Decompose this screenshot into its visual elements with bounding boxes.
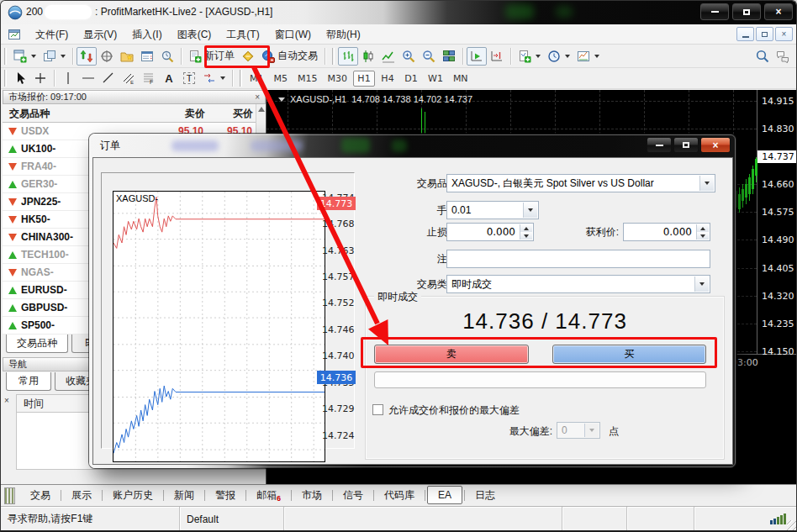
chart-shift-button[interactable] bbox=[487, 47, 507, 66]
close-icon[interactable]: × bbox=[4, 396, 9, 405]
mdi-close-button[interactable]: × bbox=[775, 27, 793, 41]
mdi-minimize-button[interactable] bbox=[736, 27, 754, 41]
line-chart-button[interactable] bbox=[378, 47, 398, 66]
mdi-restore-button[interactable] bbox=[756, 27, 773, 41]
trendline-tool-button[interactable] bbox=[98, 69, 119, 87]
timeframe-MN[interactable]: MN bbox=[449, 71, 472, 87]
strategy-tester-button[interactable] bbox=[157, 47, 177, 66]
timeframe-H1[interactable]: H1 bbox=[353, 71, 375, 87]
minimize-button[interactable] bbox=[700, 3, 729, 20]
max-deviation-checkbox[interactable] bbox=[372, 404, 383, 415]
chat-icon[interactable] bbox=[776, 50, 789, 63]
vertical-line-tool-button[interactable] bbox=[58, 69, 78, 87]
scroll-up-icon[interactable] bbox=[258, 107, 265, 112]
market-watch-toggle-button[interactable] bbox=[77, 47, 97, 66]
dialog-restore-button[interactable] bbox=[673, 137, 699, 153]
close-icon[interactable]: × bbox=[255, 93, 260, 102]
terminal-tab-日志[interactable]: 日志 bbox=[467, 486, 504, 505]
toolbar-grip[interactable] bbox=[4, 48, 7, 65]
zoom-out-button[interactable] bbox=[419, 47, 439, 66]
timeframe-M5[interactable]: M5 bbox=[270, 71, 293, 87]
crosshair-tool-button[interactable] bbox=[30, 69, 50, 87]
toolbar-grip[interactable] bbox=[332, 48, 335, 65]
chevron-down-icon[interactable] bbox=[699, 176, 714, 191]
toolbar-grip[interactable] bbox=[240, 70, 242, 87]
timeframe-M15[interactable]: M15 bbox=[293, 71, 322, 87]
text-label-tool-button[interactable]: T bbox=[179, 69, 199, 87]
symbol-select[interactable]: XAGUSD-, 白银美元 Spot Silver vs US Dollar bbox=[446, 174, 715, 192]
timeframe-M1[interactable]: M1 bbox=[245, 71, 268, 87]
dialog-close-button[interactable]: × bbox=[700, 137, 731, 153]
spin-down-icon[interactable] bbox=[700, 234, 705, 238]
timeframe-M30[interactable]: M30 bbox=[324, 71, 352, 87]
tile-windows-button[interactable] bbox=[439, 47, 459, 66]
terminal-tab-信号[interactable]: 信号 bbox=[335, 486, 372, 505]
indicators-button[interactable] bbox=[515, 47, 544, 66]
spinner-buttons[interactable] bbox=[696, 224, 709, 240]
spinner-buttons[interactable] bbox=[520, 224, 532, 240]
terminal-tab-新闻[interactable]: 新闻 bbox=[166, 486, 203, 505]
timeframe-D1[interactable]: D1 bbox=[400, 71, 422, 87]
arrows-tool-button[interactable] bbox=[199, 69, 229, 87]
tab-market-watch-symbols[interactable]: 交易品种 bbox=[6, 334, 68, 353]
menu-item[interactable]: 窗口(W) bbox=[267, 26, 319, 43]
arrow-up-icon bbox=[8, 304, 17, 312]
menu-item[interactable]: 文件(F) bbox=[28, 26, 76, 43]
bar-chart-button[interactable] bbox=[338, 47, 358, 66]
candlestick-chart-button[interactable] bbox=[358, 47, 378, 66]
terminal-tab-警报[interactable]: 警报 bbox=[207, 486, 244, 505]
dialog-minimize-button[interactable] bbox=[647, 137, 672, 153]
menu-item[interactable]: 工具(T) bbox=[219, 26, 267, 43]
stoploss-spinner[interactable]: 0.000 bbox=[446, 223, 534, 241]
new-chart-button[interactable] bbox=[10, 47, 40, 66]
templates-button[interactable] bbox=[573, 47, 603, 66]
volume-combo[interactable]: 0.01 bbox=[446, 201, 539, 219]
current-price-tag: 14.737 bbox=[757, 150, 797, 163]
title-bar[interactable]: 200 : ProfitMarketHK-Live2 - [XAGUSD-,H1… bbox=[1, 1, 797, 24]
terminal-tab-代码库[interactable]: 代码库 bbox=[376, 486, 423, 505]
zoom-in-button[interactable] bbox=[398, 47, 419, 66]
menu-item[interactable]: 图表(C) bbox=[170, 26, 219, 43]
horizontal-line-tool-button[interactable] bbox=[78, 69, 98, 87]
terminal-tab-交易[interactable]: 交易 bbox=[22, 486, 59, 505]
takeprofit-spinner[interactable]: 0.000 bbox=[623, 223, 710, 241]
spin-up-icon[interactable] bbox=[700, 227, 705, 230]
fibonacci-tool-button[interactable]: F bbox=[139, 69, 159, 87]
chevron-down-icon[interactable] bbox=[694, 277, 709, 292]
auto-scroll-button[interactable] bbox=[467, 47, 487, 66]
resize-grip[interactable] bbox=[787, 520, 797, 531]
spin-down-icon[interactable] bbox=[524, 234, 529, 238]
data-window-toggle-button[interactable] bbox=[97, 47, 117, 66]
channel-tool-button[interactable]: E bbox=[119, 69, 139, 87]
status-profile-cell[interactable]: Default bbox=[180, 507, 284, 531]
profiles-button[interactable] bbox=[40, 47, 69, 66]
search-icon[interactable] bbox=[756, 50, 769, 63]
tab-navigator-common[interactable]: 常用 bbox=[6, 372, 51, 391]
text-tool-button[interactable]: A bbox=[159, 69, 179, 87]
timeframe-H4[interactable]: H4 bbox=[377, 71, 398, 87]
menu-item[interactable]: 帮助(H) bbox=[319, 26, 368, 43]
dock-handle-icon[interactable] bbox=[4, 487, 15, 504]
periods-button[interactable] bbox=[544, 47, 573, 66]
terminal-tab-展示[interactable]: 展示 bbox=[63, 486, 100, 505]
maximize-button[interactable] bbox=[732, 3, 761, 20]
terminal-tab-账户历史[interactable]: 账户历史 bbox=[104, 486, 161, 505]
max-deviation-select[interactable]: 0 bbox=[557, 422, 600, 439]
menu-item[interactable]: 显示(V) bbox=[76, 26, 124, 43]
spin-up-icon[interactable] bbox=[524, 227, 529, 230]
order-type-select[interactable]: 即时成交 bbox=[446, 275, 710, 293]
navigator-toggle-button[interactable] bbox=[117, 47, 137, 66]
cursor-tool-button[interactable] bbox=[10, 69, 30, 87]
menu-item[interactable]: 插入(I) bbox=[124, 26, 169, 43]
toolbar-grip[interactable] bbox=[4, 70, 7, 87]
chart-shift-icon bbox=[490, 50, 504, 63]
terminal-tab-邮箱[interactable]: 邮箱6 bbox=[248, 486, 289, 505]
terminal-tab-EA[interactable]: EA bbox=[427, 486, 462, 504]
close-button[interactable]: × bbox=[764, 3, 793, 20]
market-watch-header[interactable]: 市场报价: 09:17:00 × bbox=[3, 90, 266, 104]
terminal-toggle-button[interactable] bbox=[137, 47, 157, 66]
chevron-down-icon[interactable] bbox=[523, 203, 537, 218]
terminal-tab-市场[interactable]: 市场 bbox=[293, 486, 330, 505]
timeframe-W1[interactable]: W1 bbox=[424, 71, 447, 87]
comment-input[interactable] bbox=[446, 250, 710, 268]
